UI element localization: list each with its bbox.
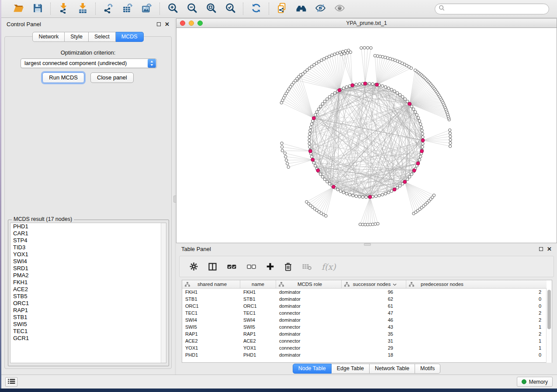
mcds-result-item[interactable]: RAP1 bbox=[10, 307, 166, 314]
column-header-name[interactable]: name bbox=[240, 280, 276, 288]
mcds-result-item[interactable]: STP4 bbox=[10, 237, 166, 244]
first-neighbors-button[interactable] bbox=[294, 2, 308, 15]
table-settings-button[interactable] bbox=[189, 262, 198, 271]
table-row[interactable]: ACE2ACE2connector311 bbox=[182, 337, 547, 344]
close-panel-button[interactable]: Close panel bbox=[90, 72, 134, 83]
column-header-predecessor-nodes[interactable]: predecessor nodes bbox=[406, 280, 547, 288]
mcds-result-item[interactable]: STB1 bbox=[10, 314, 166, 321]
table-cell: YOX1 bbox=[182, 345, 240, 351]
tab-edge-table[interactable]: Edge Table bbox=[332, 364, 370, 374]
memory-button[interactable]: Memory bbox=[517, 377, 553, 387]
open-file-button[interactable] bbox=[12, 2, 25, 15]
mcds-result-item[interactable]: TEC1 bbox=[10, 328, 166, 335]
save-session-button[interactable] bbox=[31, 2, 44, 15]
network-canvas[interactable] bbox=[176, 28, 557, 243]
select-all-button[interactable] bbox=[227, 263, 237, 271]
table-cell: 2 bbox=[406, 331, 547, 337]
desktop-wallpaper-bottom bbox=[0, 389, 557, 392]
table-cell: YOX1 bbox=[240, 345, 276, 351]
mcds-result-item[interactable]: SWI4 bbox=[10, 258, 166, 265]
control-panel-tabs: NetworkStyleSelectMCDS bbox=[1, 32, 175, 42]
tab-style[interactable]: Style bbox=[65, 32, 89, 42]
mcds-list-scrollbar[interactable] bbox=[161, 223, 166, 363]
table-row[interactable]: RAP1RAP1dominator352 bbox=[182, 330, 547, 337]
search-input[interactable] bbox=[447, 6, 545, 12]
mcds-result-item[interactable]: YOX1 bbox=[10, 251, 166, 258]
optimization-criterion-label: Optimization criterion: bbox=[5, 49, 171, 56]
mcds-result-item[interactable]: FKH1 bbox=[10, 279, 166, 286]
deselect-all-button[interactable] bbox=[246, 263, 256, 271]
zoom-fit-button[interactable] bbox=[204, 2, 218, 15]
table-row[interactable]: SWI4SWI4dominator462 bbox=[182, 316, 547, 323]
tab-node-table[interactable]: Node Table bbox=[293, 364, 332, 374]
export-network-icon bbox=[103, 3, 114, 15]
column-label: predecessor nodes bbox=[421, 282, 464, 287]
mcds-result-item[interactable]: SRD1 bbox=[10, 265, 166, 272]
task-history-button[interactable] bbox=[5, 377, 17, 387]
tab-select[interactable]: Select bbox=[89, 32, 116, 42]
add-column-button[interactable] bbox=[266, 262, 274, 271]
table-cell: 0 bbox=[406, 303, 547, 309]
close-panel-icon[interactable]: ✕ bbox=[165, 22, 170, 26]
mcds-result-item[interactable]: SWI5 bbox=[10, 321, 166, 328]
clone-network-button[interactable] bbox=[275, 2, 288, 15]
run-mcds-button[interactable]: Run MCDS bbox=[42, 72, 84, 83]
network-graph bbox=[176, 28, 557, 243]
float-panel-icon[interactable] bbox=[157, 22, 161, 26]
table-row[interactable]: ORC1ORC1dominator610 bbox=[182, 303, 547, 309]
column-header-MCDS-role[interactable]: MCDS role bbox=[276, 280, 342, 288]
mcds-result-item[interactable]: STB5 bbox=[10, 293, 166, 300]
zoom-in-button[interactable] bbox=[166, 2, 179, 15]
import-table-button[interactable] bbox=[76, 2, 89, 15]
sort-chevron-icon bbox=[393, 282, 397, 287]
horizontal-splitter-handle[interactable] bbox=[364, 243, 371, 246]
hide-selected-button[interactable] bbox=[314, 2, 327, 15]
zoom-selected-button[interactable] bbox=[224, 2, 237, 15]
float-table-panel-icon[interactable] bbox=[539, 247, 543, 251]
toolbar-group bbox=[243, 2, 269, 15]
memory-status-icon bbox=[522, 379, 526, 384]
export-image-button[interactable] bbox=[140, 2, 153, 15]
tab-network-table[interactable]: Network Table bbox=[370, 364, 415, 374]
export-network-button[interactable] bbox=[102, 2, 115, 15]
table-row[interactable]: SWI5SWI5connector431 bbox=[182, 323, 547, 330]
refresh-view-icon bbox=[251, 3, 262, 15]
close-table-panel-icon[interactable]: ✕ bbox=[547, 247, 552, 251]
delete-table-button bbox=[302, 262, 312, 271]
criterion-dropdown[interactable]: largest connected component (undirected) bbox=[21, 58, 157, 68]
table-row[interactable]: PHD1PHD1dominator180 bbox=[182, 351, 547, 358]
mcds-result-item[interactable]: PHD1 bbox=[10, 223, 166, 230]
split-panel-icon bbox=[208, 262, 217, 271]
import-network-button[interactable] bbox=[57, 2, 70, 15]
table-cell: STB1 bbox=[240, 296, 276, 302]
table-row[interactable]: TEC1TEC1connector472 bbox=[182, 309, 547, 316]
split-panel-button[interactable] bbox=[208, 262, 217, 271]
refresh-view-button[interactable] bbox=[249, 2, 263, 15]
mcds-result-item[interactable]: GCR1 bbox=[10, 335, 166, 342]
mcds-result-item[interactable]: ACE2 bbox=[10, 286, 166, 293]
table-row[interactable]: STB1STB1dominator620 bbox=[182, 296, 547, 303]
table-settings-icon bbox=[189, 262, 198, 271]
search-field[interactable] bbox=[435, 3, 549, 14]
mcds-result-item[interactable]: TID3 bbox=[10, 244, 166, 251]
column-header-successor-nodes[interactable]: successor nodes bbox=[342, 280, 406, 288]
zoom-fit-icon bbox=[206, 3, 217, 15]
zoom-out-icon bbox=[187, 3, 197, 15]
select-all-icon bbox=[227, 263, 237, 271]
table-scrollbar-thumb[interactable] bbox=[547, 290, 551, 329]
mcds-result-item[interactable]: PMA2 bbox=[10, 272, 166, 279]
table-row[interactable]: FKH1FKH1dominator962 bbox=[182, 289, 547, 296]
tab-mcds[interactable]: MCDS bbox=[116, 32, 144, 42]
table-scrollbar[interactable] bbox=[546, 289, 552, 363]
zoom-out-button[interactable] bbox=[185, 2, 198, 15]
mcds-result-item[interactable]: CAR1 bbox=[10, 230, 166, 237]
mcds-result-list[interactable]: PHD1CAR1STP4TID3YOX1SWI4SRD1PMA2FKH1ACE2… bbox=[10, 223, 166, 363]
table-row[interactable]: YOX1YOX1connector291 bbox=[182, 344, 547, 351]
export-table-button[interactable] bbox=[121, 2, 134, 15]
tab-network[interactable]: Network bbox=[32, 32, 65, 42]
tab-motifs[interactable]: Motifs bbox=[415, 364, 440, 374]
column-header-shared-name[interactable]: shared name bbox=[182, 280, 240, 288]
export-image-icon bbox=[142, 3, 152, 15]
mcds-result-item[interactable]: ORC1 bbox=[10, 300, 166, 307]
delete-column-button[interactable] bbox=[284, 262, 292, 271]
